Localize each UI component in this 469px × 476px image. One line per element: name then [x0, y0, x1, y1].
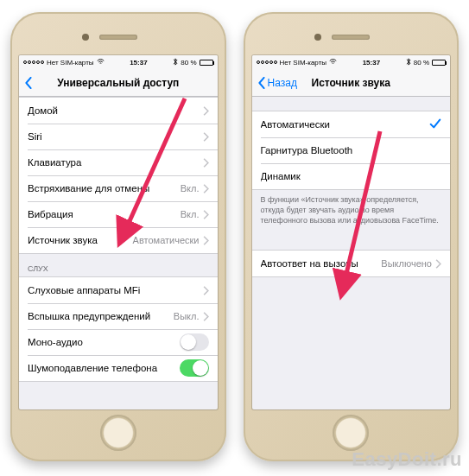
option-row[interactable]: Гарнитура Bluetooth: [252, 137, 451, 163]
screen-left: Нет SIM-карты 15:37 80 %: [19, 55, 218, 409]
battery-icon: [200, 60, 213, 66]
carrier-label: Нет SIM-карты: [47, 59, 94, 67]
toggle-switch[interactable]: [180, 359, 209, 377]
row-value: Вкл.: [181, 183, 200, 194]
list-item[interactable]: Шумоподавление телефона: [19, 355, 218, 381]
list-item[interactable]: Встряхивание для отменыВкл.: [19, 175, 218, 201]
battery-pct-label: 80 %: [181, 59, 196, 67]
options-group: АвтоматическиГарнитура BluetoothДинамик: [252, 111, 451, 190]
list-item[interactable]: Клавиатура: [19, 149, 218, 175]
row-label: Автоматически: [261, 119, 430, 130]
screen-right: Нет SIM-карты 15:37 80 % Наза: [252, 55, 451, 409]
list-group-2: Автоответ на вызовыВыключено: [252, 250, 451, 277]
option-row[interactable]: Динамик: [252, 163, 451, 189]
battery-pct-label: 80 %: [414, 59, 429, 67]
row-label: Динамик: [261, 171, 442, 181]
speaker-slot: [332, 35, 370, 40]
row-label: Слуховые аппараты MFi: [28, 285, 203, 295]
phone-right: Нет SIM-карты 15:37 80 % Наза: [244, 12, 459, 461]
status-bar: Нет SIM-карты 15:37 80 %: [19, 55, 218, 69]
list-item[interactable]: Siri: [19, 124, 218, 149]
list-item[interactable]: Моно-аудио: [19, 329, 218, 355]
list-item[interactable]: Слуховые аппараты MFi: [19, 277, 218, 303]
chevron-right-icon: [203, 132, 209, 142]
status-bar: Нет SIM-карты 15:37 80 %: [252, 55, 451, 69]
row-label: Источник звука: [28, 235, 133, 245]
list-group-1: ДомойSiriКлавиатураВстряхивание для отме…: [19, 97, 218, 254]
row-label: Вспышка предупреждений: [28, 311, 174, 321]
signal-icon: [23, 60, 44, 64]
chevron-right-icon: [203, 210, 209, 219]
signal-icon: [257, 60, 277, 64]
row-label: Siri: [28, 131, 203, 142]
row-value: Автоматически: [133, 235, 200, 245]
option-row[interactable]: Автоматически: [252, 111, 451, 137]
list-item[interactable]: Вспышка предупрежденийВыкл.: [19, 303, 218, 329]
chevron-right-icon: [435, 259, 441, 269]
row-label: Домой: [28, 105, 203, 116]
watermark: EasyDoit.ru: [352, 448, 462, 471]
speaker-slot: [99, 35, 137, 40]
chevron-right-icon: [203, 184, 209, 194]
row-label: Гарнитура Bluetooth: [261, 145, 442, 155]
home-button[interactable]: [333, 415, 369, 451]
toggle-switch[interactable]: [180, 333, 209, 351]
row-label: Шумоподавление телефона: [28, 363, 180, 373]
bluetooth-icon: [173, 58, 178, 67]
clock-label: 15:37: [363, 59, 380, 67]
home-button[interactable]: [100, 415, 136, 451]
content-left: ДомойSiriКлавиатураВстряхивание для отме…: [19, 97, 218, 409]
row-label: Вибрация: [28, 209, 181, 219]
camera-dot: [82, 34, 89, 41]
wifi-icon: [97, 59, 105, 67]
row-value: Выкл.: [174, 311, 200, 321]
chevron-right-icon: [203, 312, 209, 321]
chevron-right-icon: [203, 106, 209, 116]
list-item[interactable]: Домой: [19, 98, 218, 124]
navbar: Универсальный доступ: [19, 69, 218, 97]
page-title: Универсальный доступ: [19, 77, 218, 89]
footer-text: В функции «Источник звука» определяется,…: [252, 190, 451, 225]
row-label: Моно-аудио: [28, 337, 180, 347]
chevron-right-icon: [203, 286, 209, 295]
navbar: Назад Источник звука: [252, 69, 451, 97]
list-item[interactable]: Источник звукаАвтоматически: [19, 227, 218, 253]
carrier-label: Нет SIM-карты: [280, 59, 327, 67]
list-group-2: Слуховые аппараты MFiВспышка предупрежде…: [19, 276, 218, 382]
row-label: Встряхивание для отмены: [28, 183, 181, 194]
section-header: СЛУХ: [19, 254, 218, 276]
chevron-right-icon: [203, 236, 209, 245]
camera-dot: [314, 34, 321, 41]
wifi-icon: [329, 59, 337, 67]
row-label: Клавиатура: [28, 157, 203, 168]
list-item[interactable]: ВибрацияВкл.: [19, 201, 218, 227]
row-label: Автоответ на вызовы: [261, 258, 382, 269]
bluetooth-icon: [406, 58, 411, 67]
page-title: Источник звука: [252, 77, 451, 89]
content-right: АвтоматическиГарнитура BluetoothДинамик …: [252, 97, 451, 409]
clock-label: 15:37: [130, 59, 147, 67]
row-value: Вкл.: [181, 209, 200, 219]
list-item[interactable]: Автоответ на вызовыВыключено: [252, 251, 451, 276]
battery-icon: [432, 60, 446, 66]
phone-left: Нет SIM-карты 15:37 80 %: [10, 12, 226, 461]
chevron-right-icon: [203, 158, 209, 168]
checkmark-icon: [429, 117, 441, 131]
row-value: Выключено: [381, 258, 432, 269]
